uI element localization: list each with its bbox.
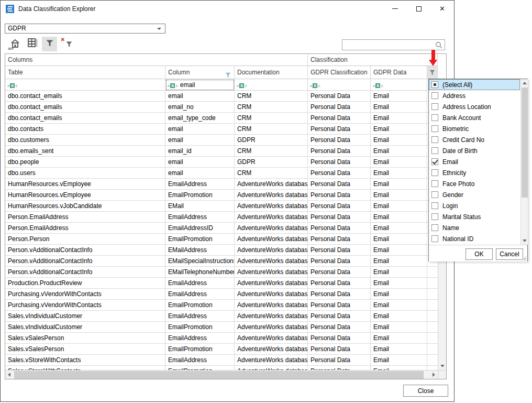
show-filter-button[interactable] — [42, 37, 57, 51]
filter-option[interactable]: Credit Card No — [429, 134, 520, 145]
search-input[interactable] — [343, 40, 434, 49]
standard-select-value: GDPR — [8, 25, 26, 32]
popup-scroll-down-icon[interactable] — [523, 239, 527, 242]
filter-option[interactable]: Date of Birth — [429, 145, 520, 156]
table-row[interactable]: dbo.peopleemailGDPRPersonal DataEmail — [5, 157, 438, 168]
filter-option[interactable]: (Select All) — [429, 79, 520, 90]
popup-scroll-thumb[interactable] — [522, 88, 528, 198]
table-row[interactable]: Purchasing.vVendorWithContactsEmailPromo… — [5, 300, 438, 311]
table-row[interactable]: Sales.vIndividualCustomerEmailPromotionA… — [5, 322, 438, 333]
checkbox-icon[interactable] — [431, 81, 438, 88]
checkbox-icon[interactable] — [431, 213, 438, 220]
cell-gdpr-classification: Personal Data — [308, 91, 371, 102]
checkbox-icon[interactable] — [431, 224, 438, 231]
checkbox-icon[interactable] — [431, 169, 438, 176]
filter-option[interactable]: Face Photo — [429, 178, 520, 189]
table-row[interactable]: Person.EmailAddressEmailAddressIDAdventu… — [5, 223, 438, 234]
column-header-gdpr-classification[interactable]: GDPR Classification — [308, 66, 371, 79]
checkbox-icon[interactable] — [431, 136, 438, 143]
h-scroll-thumb[interactable] — [14, 371, 424, 379]
table-row[interactable]: Person.vAdditionalContactInfoEMailSpecia… — [5, 256, 438, 267]
table-row[interactable]: Person.vAdditionalContactInfoEMailTeleph… — [5, 267, 438, 278]
filter-option[interactable]: National ID — [429, 233, 520, 244]
resize-grip[interactable] — [522, 256, 526, 260]
table-row[interactable]: Purchasing.vVendorWithContactsEmailAddre… — [5, 289, 438, 300]
filter-cell-gdpr-data-domain[interactable]: ABC — [371, 79, 427, 91]
close-window-button[interactable]: ✕ — [430, 1, 454, 17]
minimize-button[interactable] — [383, 1, 407, 17]
filter-option[interactable]: Ethnicity — [429, 167, 520, 178]
cell-gdpr-data-domain: Email — [371, 135, 427, 146]
table-row[interactable]: Sales.vSalesPersonEmailAddressAdventureW… — [5, 333, 438, 344]
table-row[interactable]: dbo.usersemailCRMPersonal DataEmail — [5, 168, 438, 179]
table-row[interactable]: HumanResources.vEmployeeEmailPromotionAd… — [5, 190, 438, 201]
filter-cell-gdpr-classification[interactable]: ABC — [308, 79, 371, 91]
filter-option[interactable]: Email — [429, 156, 520, 167]
column-header-documentation[interactable]: Documentation — [235, 66, 308, 79]
table-row[interactable]: dbo.contact_emailsemail_noCRMPersonal Da… — [5, 102, 438, 113]
filter-option[interactable]: Address — [429, 90, 520, 101]
cell-documentation: AdventureWorks database — [235, 234, 308, 245]
standard-select[interactable]: GDPR — [5, 24, 165, 34]
table-row[interactable]: Production.ProductReviewEmailAddressAdve… — [5, 278, 438, 289]
h-scrollbar[interactable] — [5, 370, 438, 379]
filter-cell-table[interactable]: ABC — [5, 79, 165, 91]
cell-column: EmailPromotion — [165, 234, 235, 245]
cell-column: EMailTelephoneNumber — [165, 267, 235, 278]
cancel-button[interactable]: Cancel — [496, 248, 523, 260]
filter-option[interactable]: Login — [429, 200, 520, 211]
checkbox-icon[interactable] — [431, 191, 438, 198]
filter-option[interactable]: Biometric — [429, 123, 520, 134]
cell-column: EmailAddress — [165, 311, 235, 322]
table-row[interactable]: Sales.vStoreWithContactsEmailPromotionAd… — [5, 366, 438, 370]
column-header-column[interactable]: Column — [165, 66, 235, 79]
ok-button[interactable]: OK — [465, 248, 493, 260]
filter-cell-documentation[interactable]: ABC — [235, 79, 308, 91]
table-row[interactable]: HumanResources.vEmployeeEmailAddressAdve… — [5, 179, 438, 190]
checkbox-icon[interactable] — [431, 125, 438, 132]
table-row[interactable]: Person.vAdditionalContactInfoEMailAddres… — [5, 245, 438, 256]
checkbox-icon[interactable] — [431, 158, 438, 165]
clear-filter-button[interactable]: ✕ — [59, 37, 74, 51]
table-row[interactable]: Person.PersonEmailPromotionAdventureWork… — [5, 234, 438, 245]
filter-option[interactable]: Name — [429, 222, 520, 233]
cell-table: HumanResources.vEmployee — [5, 179, 165, 190]
cell-documentation: GDPR — [235, 157, 308, 168]
filter-cell-column[interactable]: ABCemail — [165, 79, 235, 91]
table-row[interactable]: Sales.vIndividualCustomerEmailAddressAdv… — [5, 311, 438, 322]
checkbox-icon[interactable] — [431, 202, 438, 209]
checkbox-icon[interactable] — [431, 235, 438, 242]
grid-view-button[interactable] — [25, 37, 40, 51]
scroll-left-icon[interactable] — [8, 373, 10, 377]
table-row[interactable]: HumanResources.vJobCandidateEMailAdventu… — [5, 201, 438, 212]
filter-option[interactable]: Address Location — [429, 101, 520, 112]
checkbox-icon[interactable] — [431, 147, 438, 154]
table-row[interactable]: Person.EmailAddressEmailAddressAdventure… — [5, 212, 438, 223]
domain-filter-button[interactable] — [427, 66, 438, 79]
table-row[interactable]: Sales.vStoreWithContactsEmailAddressAdve… — [5, 355, 438, 366]
popup-scrollbar[interactable] — [520, 79, 528, 245]
checkbox-icon[interactable] — [431, 114, 438, 121]
scroll-right-icon[interactable] — [433, 373, 435, 377]
filter-option[interactable]: Gender — [429, 189, 520, 200]
maximize-button[interactable] — [407, 1, 430, 17]
table-row[interactable]: dbo.customersemailGDPRPersonal DataEmail — [5, 135, 438, 146]
table-row[interactable]: Sales.vSalesPersonEmailPromotionAdventur… — [5, 344, 438, 355]
table-row[interactable]: dbo.emails_sentemail_idCRMPersonal DataE… — [5, 146, 438, 157]
table-row[interactable]: dbo.contact_emailsemail_type_codeCRMPers… — [5, 113, 438, 124]
checkbox-icon[interactable] — [431, 103, 438, 110]
scroll-down-icon[interactable] — [440, 365, 445, 367]
popup-scroll-up-icon[interactable] — [523, 82, 527, 84]
close-button[interactable]: Close — [403, 385, 448, 397]
filter-option[interactable]: Bank Account — [429, 112, 520, 123]
column-header-gdpr-data-domain[interactable]: GDPR Data Domain — [371, 66, 427, 79]
dep-diagram-button[interactable]: DEP — [7, 37, 23, 51]
table-row[interactable]: dbo.contactsemailCRMPersonal DataEmail — [5, 124, 438, 135]
checkbox-icon[interactable] — [431, 180, 438, 187]
checkbox-icon[interactable] — [431, 92, 438, 99]
column-header-table[interactable]: Table — [5, 66, 165, 79]
filter-option-label: (Select All) — [442, 81, 472, 89]
table-row[interactable]: dbo.contact_emailsemailCRMPersonal DataE… — [5, 91, 438, 102]
filter-option[interactable]: Marital Status — [429, 211, 520, 222]
filter-option-label: Address — [442, 92, 465, 100]
